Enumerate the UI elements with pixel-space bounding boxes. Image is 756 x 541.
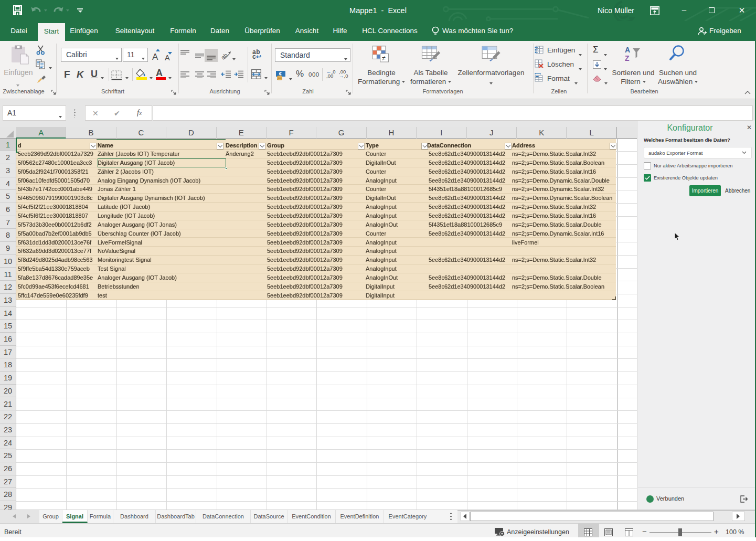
svg-text:ab: ab bbox=[221, 52, 229, 61]
svg-text:Z: Z bbox=[625, 54, 630, 62]
svg-text:≠: ≠ bbox=[382, 55, 386, 62]
svg-text:A: A bbox=[625, 46, 630, 54]
